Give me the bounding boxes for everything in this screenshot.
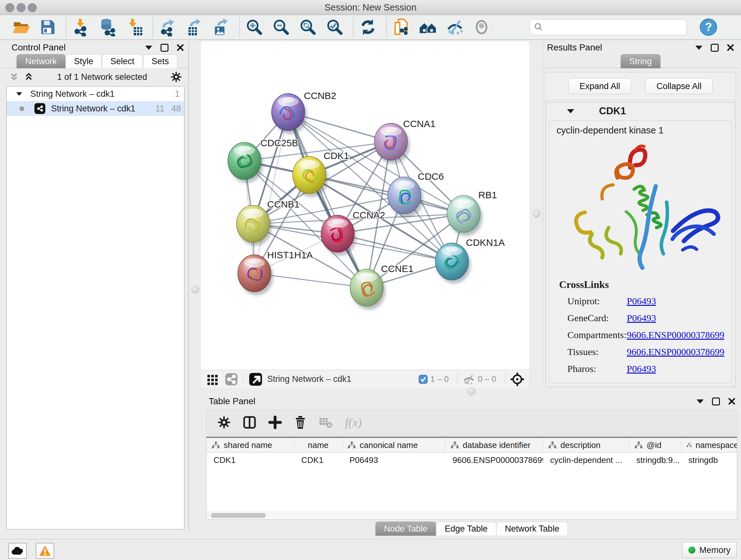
cloud-button[interactable] (8, 543, 27, 559)
zoom-fit-icon[interactable] (299, 18, 317, 37)
tab-node-table[interactable]: Node Table (375, 522, 436, 536)
grid-view-icon[interactable] (206, 373, 219, 386)
hidden-eye-icon[interactable] (462, 374, 475, 385)
column-header-shared-name[interactable]: shared name (206, 438, 294, 452)
network-node-cdc6[interactable] (388, 177, 421, 214)
save-session-icon[interactable] (38, 18, 57, 37)
show-all-icon[interactable] (472, 18, 491, 37)
delete-table-icon[interactable] (319, 416, 333, 429)
table-panel-float-icon[interactable] (712, 397, 720, 406)
scrollbar-thumb[interactable] (211, 513, 266, 518)
column-header-namespace[interactable]: namespace (681, 438, 737, 452)
network-node-ccna1[interactable] (374, 123, 408, 160)
right-splitter-handle[interactable] (533, 210, 540, 217)
import-network-file-icon[interactable] (71, 18, 90, 37)
network-node-ccne1[interactable] (350, 269, 383, 306)
results-panel-float-icon[interactable] (711, 44, 719, 52)
column-header-name[interactable]: name (294, 438, 342, 452)
export-table-icon[interactable] (185, 18, 204, 37)
control-panel-close-icon[interactable] (177, 44, 184, 51)
tab-network[interactable]: Network (17, 54, 65, 68)
table-cell[interactable]: 9606.ENSP00000378699 (446, 453, 543, 468)
expand-all-chevron-icon[interactable] (23, 72, 34, 82)
network-node-rb1[interactable] (447, 195, 480, 233)
network-node-ccnb1[interactable] (237, 205, 270, 242)
table-row[interactable]: CDK1CDK1P064939606.ENSP00000378699cyclin… (206, 453, 737, 468)
share-view-icon[interactable] (225, 373, 238, 386)
show-columns-icon[interactable] (243, 416, 256, 429)
crosslink-link[interactable]: 9606.ENSP00000378699 (627, 329, 724, 340)
zoom-out-icon[interactable] (272, 18, 290, 37)
left-splitter-handle[interactable] (192, 286, 199, 294)
export-image-icon[interactable] (212, 18, 230, 37)
network-node-cdk1[interactable] (293, 157, 326, 193)
memory-button[interactable]: Memory (682, 542, 737, 558)
open-session-icon[interactable] (11, 18, 30, 37)
search-input[interactable] (543, 22, 679, 33)
selected-checkbox-icon[interactable] (419, 375, 428, 384)
network-canvas[interactable]: CCNB2CCNA1CDC25BCDK1CDC6RB1CCNB1CCNA2CDK… (201, 42, 530, 370)
table-panel-menu-icon[interactable] (697, 399, 704, 403)
column-header-id[interactable]: @id (629, 438, 681, 452)
column-header-database-identifier[interactable]: database identifier (446, 438, 543, 452)
import-table-icon[interactable] (125, 18, 144, 37)
search-field[interactable] (530, 19, 687, 35)
tab-network-table[interactable]: Network Table (496, 522, 568, 536)
node-table[interactable]: shared namenamecanonical namedatabase id… (206, 437, 737, 520)
network-row-selected[interactable]: String Network – cdk1 11 48 (7, 101, 184, 116)
expand-all-button[interactable]: Expand All (568, 78, 631, 94)
control-panel-menu-icon[interactable] (145, 46, 152, 50)
network-node-ccna2[interactable] (321, 215, 354, 252)
crosslink-link[interactable]: P06493 (627, 313, 656, 323)
network-view[interactable]: CCNB2CCNA1CDC25BCDK1CDC6RB1CCNB1CCNA2CDK… (201, 42, 530, 370)
network-node-hist1h1a[interactable] (238, 255, 271, 292)
network-node-cdkn1a[interactable] (435, 243, 468, 280)
results-panel-menu-icon[interactable] (695, 46, 702, 50)
table-cell[interactable]: CDK1 (206, 453, 294, 468)
table-options-gear-icon[interactable] (217, 416, 231, 429)
help-icon[interactable]: ? (699, 18, 718, 36)
tab-string[interactable]: String (621, 54, 661, 68)
table-cell[interactable]: P06493 (342, 453, 446, 468)
import-network-database-icon[interactable] (98, 18, 117, 37)
network-options-gear-icon[interactable] (171, 71, 182, 83)
collection-disclosure-icon[interactable] (16, 92, 22, 96)
left-splitter[interactable] (188, 42, 202, 531)
horizontal-splitter[interactable] (201, 388, 741, 395)
tab-edge-table[interactable]: Edge Table (436, 522, 496, 536)
column-header-canonical-name[interactable]: canonical name (342, 438, 446, 452)
column-header-description[interactable]: description (543, 438, 629, 452)
network-collection-row[interactable]: String Network – cdk1 1 (7, 86, 184, 101)
zoom-selected-icon[interactable] (326, 18, 344, 37)
table-panel-close-icon[interactable] (728, 398, 735, 405)
horizontal-splitter-handle[interactable] (468, 388, 475, 395)
collapse-all-button[interactable]: Collapse All (645, 78, 713, 94)
fit-selected-crosshair-icon[interactable] (510, 372, 525, 387)
tab-style[interactable]: Style (65, 54, 102, 68)
table-horizontal-scrollbar[interactable] (206, 511, 737, 519)
network-from-selection-icon[interactable] (392, 18, 410, 37)
tab-select[interactable]: Select (102, 54, 143, 68)
tab-sets[interactable]: Sets (143, 54, 178, 68)
results-panel-close-icon[interactable] (727, 44, 734, 51)
delete-column-icon[interactable] (294, 415, 307, 429)
network-node-cdc25b[interactable] (228, 142, 261, 179)
table-cell[interactable]: stringdb (681, 453, 737, 468)
zoom-in-icon[interactable] (245, 18, 264, 37)
first-neighbors-icon[interactable] (419, 18, 437, 37)
gene-disclosure-icon[interactable] (567, 109, 574, 113)
function-builder-icon[interactable]: f(x) (345, 415, 362, 429)
warnings-button[interactable] (36, 543, 54, 559)
table-cell[interactable]: cyclin-dependent ... (543, 453, 629, 468)
gene-section-header[interactable]: CDK1 (546, 103, 735, 120)
control-panel-float-icon[interactable] (160, 44, 169, 52)
crosslink-link[interactable]: P06493 (627, 363, 656, 374)
refresh-view-icon[interactable] (359, 18, 377, 37)
network-node-ccnb2[interactable] (272, 94, 305, 131)
crosslink-link[interactable]: P06493 (627, 296, 656, 307)
table-cell[interactable]: CDK1 (294, 453, 342, 468)
add-column-icon[interactable] (268, 416, 282, 429)
export-network-icon[interactable] (158, 18, 177, 37)
table-cell[interactable]: stringdb:9... (629, 453, 681, 468)
hide-selected-icon[interactable] (446, 18, 464, 37)
